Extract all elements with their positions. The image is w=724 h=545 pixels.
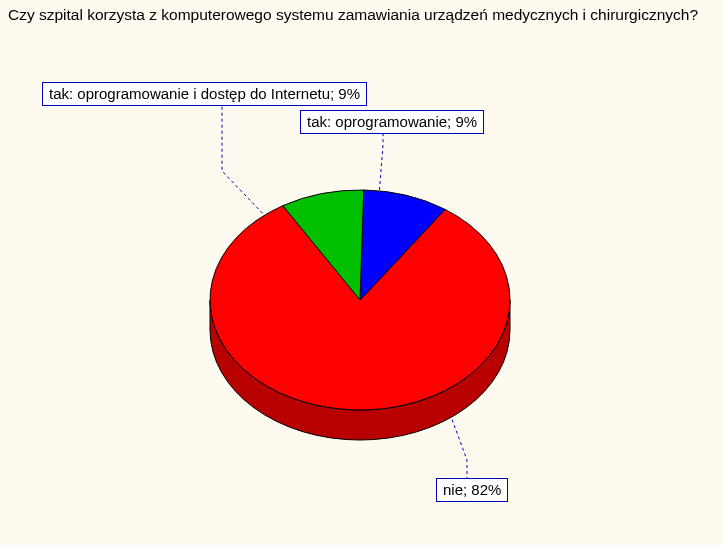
chart-frame: Czy szpital korzysta z komputerowego sys… <box>0 0 724 545</box>
label-green: tak: oprogramowanie i dostęp do Internet… <box>42 82 367 106</box>
label-red: nie; 82% <box>436 478 508 502</box>
label-blue: tak: oprogramowanie; 9% <box>300 110 484 134</box>
